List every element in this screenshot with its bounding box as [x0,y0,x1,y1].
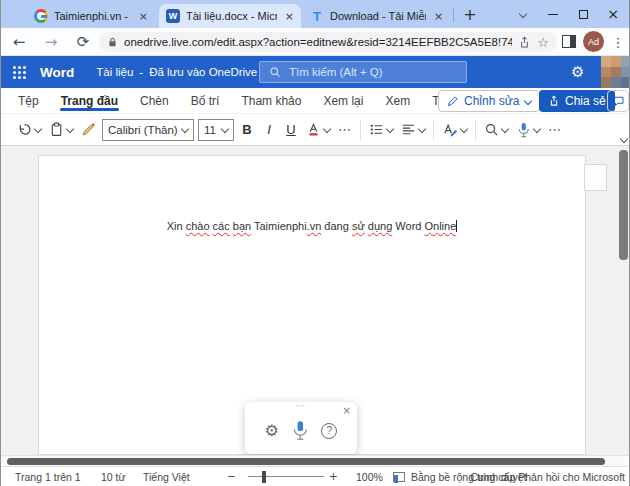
zoom-slider[interactable] [248,476,324,477]
more-font-options-icon[interactable]: ⋯ [334,122,356,137]
drag-handle-icon[interactable]: ⋯ [245,400,357,411]
widget-help-icon[interactable]: ? [321,423,337,439]
document-paragraph[interactable]: Xin chào các bạn Taimienphi.vn đang sử d… [39,220,585,232]
browser-tab-download[interactable]: T Download - Tải Miễn Phí V × [303,4,451,28]
chevron-down-icon [386,126,393,133]
document-title[interactable]: Tài liệu - Đã lưu vào OneDrive [96,66,270,78]
font-name-select[interactable]: Calibri (Thân) [102,119,194,141]
more-commands-icon[interactable]: ⋯ [544,122,566,137]
font-color-button[interactable] [302,118,334,142]
close-button[interactable]: × [599,0,627,28]
microphone-icon [516,122,531,138]
word: các [213,220,230,232]
widget-close-icon[interactable]: × [343,405,351,416]
word: Xin [167,220,186,232]
zoom-in-icon[interactable]: + [329,470,338,482]
undo-button[interactable] [13,118,45,142]
search-icon [269,66,281,78]
window-chevron-icon[interactable] [509,0,537,28]
comment-anchor-box[interactable] [584,164,607,191]
align-left-icon [401,122,416,137]
browser-menu-icon[interactable]: ⋮ [610,32,626,52]
chevron-down-icon [221,126,228,133]
url-text: onedrive.live.com/edit.aspx?action=editn… [124,36,512,48]
word-count[interactable]: 10 từ [101,471,126,483]
word: dụng [368,220,392,232]
share-button[interactable]: Chia sẻ [539,90,615,112]
word: chào [186,220,210,232]
share-page-icon[interactable] [518,36,531,49]
toolbar-separator [433,120,434,140]
find-button[interactable] [480,118,512,142]
new-tab-button[interactable]: + [459,3,481,25]
browser-tab-word-doc[interactable]: W Tài liệu.docx - Microsoft Wo × [159,4,301,28]
page-count[interactable]: Trang 1 trên 1 [15,471,81,483]
word: bạn [233,220,251,232]
tab-title: Tài liệu.docx - Microsoft Wo [186,10,277,22]
alignment-button[interactable] [397,118,429,142]
settings-gear-icon[interactable]: ⚙ [571,63,584,81]
editing-mode-button[interactable]: Chỉnh sửa [438,90,540,112]
ribbon-tab-references[interactable]: Tham khảo [230,88,312,113]
search-box[interactable]: Tìm kiếm (Alt + Q) [259,61,467,83]
zoom-out-icon[interactable]: − [227,470,236,482]
widget-microphone-icon[interactable] [290,420,310,441]
ribbon-tab-view[interactable]: Xem [374,88,421,113]
app-launcher-icon[interactable] [13,66,26,79]
reload-icon[interactable]: ⟳ [73,32,93,52]
zoom-level[interactable]: 100% [356,471,383,483]
collapse-ribbon-icon[interactable] [620,136,627,143]
italic-button[interactable]: I [258,122,280,137]
address-bar[interactable]: onedrive.live.com/edit.aspx?action=editn… [99,32,557,52]
feedback-link[interactable]: Cung cấp Phản hồi cho Microsoft [470,471,625,483]
bold-button[interactable]: B [236,122,258,137]
undo-icon [17,122,32,137]
text-cursor [456,220,457,232]
chevron-down-icon [533,126,540,133]
browser-tab-google-search[interactable]: Taimienphi.vn - Tìm trên Go × [27,4,155,28]
tab-close-icon[interactable]: × [139,11,148,22]
styles-button[interactable] [438,118,471,142]
bookmark-star-icon[interactable]: ☆ [537,35,549,50]
horizontal-scrollbar-thumb[interactable] [7,458,605,465]
tab-close-icon[interactable]: × [285,11,294,22]
bullet-list-button[interactable] [365,118,397,142]
ribbon-tab-insert[interactable]: Chèn [129,88,180,113]
browser-profile-avatar[interactable]: Ad [583,31,604,52]
styles-pen-icon [442,122,458,137]
font-size-select[interactable]: 11 [198,119,234,141]
vertical-scrollbar-thumb[interactable] [619,150,628,260]
lock-icon [107,36,118,48]
ribbon-tab-review[interactable]: Xem lại [312,88,374,113]
language-status[interactable]: Tiếng Việt [143,471,190,483]
ribbon-tab-home[interactable]: Trang đầu [50,88,129,113]
chevron-down-icon [181,126,188,133]
zoom-slider-thumb[interactable] [262,471,266,483]
forward-icon[interactable]: → [41,32,61,52]
underline-button[interactable]: U [280,122,302,137]
dictate-button[interactable] [512,118,544,142]
dictation-widget[interactable]: ⋯ × ⚙ ? [245,402,357,454]
google-favicon [34,9,48,23]
toolbar-separator [360,120,361,140]
back-icon[interactable]: ← [9,32,29,52]
word: sử [352,220,365,232]
taimienphi-favicon: T [310,9,324,23]
paste-button[interactable] [45,118,77,142]
ribbon-tab-file[interactable]: Tệp [7,88,50,113]
word: .vn [307,220,322,232]
maximize-button[interactable] [569,0,597,28]
minimize-button[interactable] [539,0,567,28]
app-name[interactable]: Word [40,65,74,80]
ribbon-tab-layout[interactable]: Bố trí [180,88,231,113]
format-painter-button[interactable] [77,118,100,142]
side-panel-icon[interactable] [562,35,576,48]
chevron-down-icon [460,126,467,133]
tab-close-icon[interactable]: × [434,11,443,22]
account-avatar[interactable] [601,56,630,88]
comments-button[interactable] [607,90,629,112]
ribbon-toolbar: Calibri (Thân) 11 B I U ⋯ [1,114,630,146]
widget-settings-gear-icon[interactable]: ⚙ [265,421,279,440]
format-painter-icon [81,122,96,137]
chevron-down-icon [418,126,425,133]
